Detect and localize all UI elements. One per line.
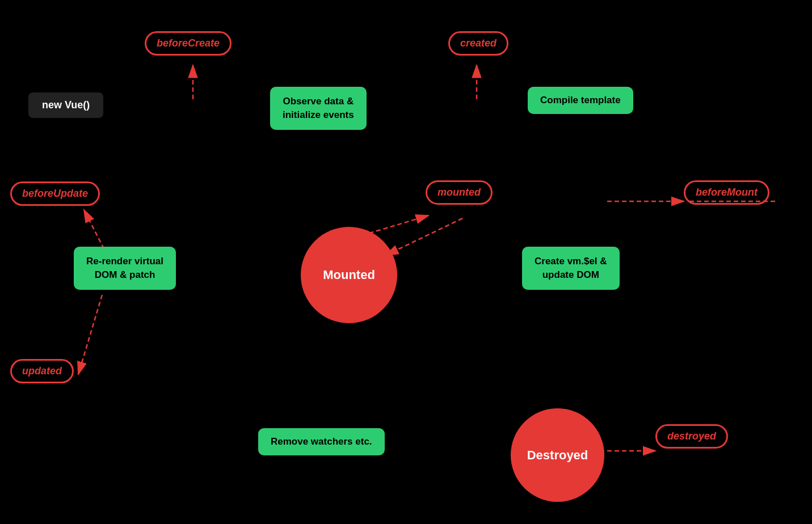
compile-template-node: Compile template — [528, 87, 633, 114]
before-update-label: beforeUpdate — [22, 188, 88, 199]
before-create-label: beforeCreate — [157, 37, 220, 49]
lifecycle-diagram: new Vue() beforeCreate Observe data &ini… — [0, 0, 812, 524]
mounted-hook: mounted — [426, 180, 493, 205]
before-mount-label: beforeMount — [696, 187, 758, 198]
arrow-mountedhook-circle — [386, 218, 462, 255]
arrow-rerender-updated — [78, 295, 102, 374]
observe-data-label: Observe data &initialize events — [283, 96, 354, 120]
created-hook: created — [448, 31, 508, 56]
destroyed-hook-label: destroyed — [667, 430, 716, 442]
destroyed-hook: destroyed — [655, 424, 728, 449]
remove-watchers-node: Remove watchers etc. — [258, 428, 385, 455]
before-create-hook: beforeCreate — [145, 31, 232, 56]
updated-hook: updated — [10, 359, 74, 383]
remove-watchers-label: Remove watchers etc. — [271, 436, 372, 447]
mounted-hook-label: mounted — [437, 187, 481, 198]
updated-label: updated — [22, 365, 62, 377]
created-label: created — [460, 37, 497, 49]
mounted-circle-label: Mounted — [323, 268, 375, 282]
re-render-node: Re-render virtualDOM & patch — [74, 247, 176, 290]
destroyed-circle: Destroyed — [511, 408, 604, 502]
before-mount-hook: beforeMount — [684, 180, 769, 205]
destroyed-circle-label: Destroyed — [527, 448, 588, 463]
new-vue-label: new Vue() — [42, 99, 90, 111]
create-vm-el-label: Create vm.$el &update DOM — [535, 256, 607, 280]
mounted-circle: Mounted — [301, 227, 397, 323]
re-render-label: Re-render virtualDOM & patch — [86, 256, 163, 280]
observe-data-node: Observe data &initialize events — [270, 87, 367, 130]
create-vm-el-node: Create vm.$el &update DOM — [522, 247, 620, 290]
new-vue-node: new Vue() — [28, 92, 103, 118]
compile-template-label: Compile template — [540, 95, 621, 105]
before-update-hook: beforeUpdate — [10, 181, 100, 206]
